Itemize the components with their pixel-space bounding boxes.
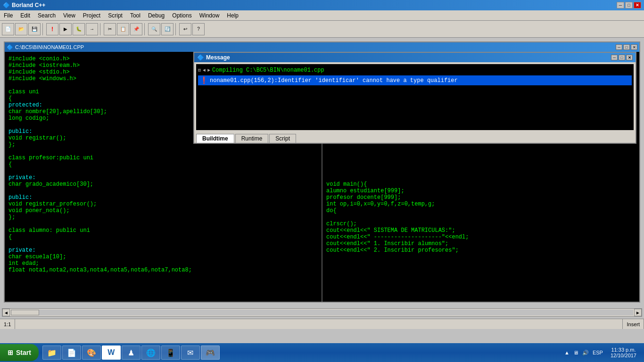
scroll-track[interactable] <box>11 310 633 315</box>
msg-controls[interactable]: ─ □ ✕ <box>611 55 633 60</box>
cw-minimize[interactable]: ─ <box>616 44 622 50</box>
tb-compile[interactable]: ! <box>46 23 58 35</box>
message-tabs: Buildtime Runtime Script <box>194 132 636 143</box>
menu-edit[interactable]: Edit <box>17 10 34 20</box>
start-button[interactable]: ⊞ Start <box>0 344 39 361</box>
taskbar: ⊞ Start 📁 📄 🎨 W ♟ 🌐 📱 ✉ 🎮 ▲ 🖥 🔊 ESP 11:3… <box>0 343 644 362</box>
error-text: noname01.cpp(156,2):Identifier 'identifi… <box>210 77 458 84</box>
compile-text: Compiling C:\BC5\BIN\noname01.cpp <box>212 67 324 74</box>
app-title: Borland C++ <box>12 2 45 8</box>
tab-script[interactable]: Script <box>269 134 296 143</box>
msg-minimize[interactable]: ─ <box>611 55 618 60</box>
volume-icon[interactable]: 🔊 <box>582 350 589 356</box>
close-button[interactable]: ✕ <box>634 2 641 8</box>
menu-view[interactable]: View <box>59 10 79 20</box>
code-line <box>8 148 318 155</box>
code-line: }; <box>8 214 318 221</box>
tb-new[interactable]: 📄 <box>2 23 14 35</box>
code-line: float nota1,nota2,nota3,nota4,nota5,nota… <box>8 267 318 273</box>
title-bar: 🔷 Borland C++ ─ □ ✕ <box>0 0 644 10</box>
windows-logo: ⊞ <box>8 349 13 356</box>
taskbar-phone[interactable]: 📱 <box>161 346 180 360</box>
taskbar-game[interactable]: 🎮 <box>201 346 220 360</box>
taskbar-paint[interactable]: 🎨 <box>82 346 101 360</box>
code-window-controls[interactable]: ─ □ ✕ <box>616 44 637 50</box>
code-window: 🔷 C:\BC5\BIN\NONAME01.CPP ─ □ ✕ #include… <box>4 41 640 303</box>
tb-replace[interactable]: 🔄 <box>161 23 173 35</box>
cw-close[interactable]: ✕ <box>631 44 637 50</box>
scroll-left-btn[interactable]: ◄ <box>2 309 10 316</box>
scroll-thumb[interactable] <box>11 310 39 315</box>
tb-undo[interactable]: ↩ <box>179 23 191 35</box>
tb-run[interactable]: ▶ <box>59 23 72 35</box>
code-line: int edad; <box>8 260 318 267</box>
taskbar-right: ▲ 🖥 🔊 ESP 11:33 p.m. 12/10/2017 <box>561 347 644 358</box>
code-line: class profesor:public uni <box>8 155 318 161</box>
minimize-button[interactable]: ─ <box>617 2 624 8</box>
tb-help[interactable]: ? <box>192 23 205 35</box>
taskbar-mail[interactable]: ✉ <box>181 346 200 360</box>
toolbar: 📄 📂 💾 ! ▶ 🐛 → ✂ 📋 📌 🔍 🔄 ↩ ? <box>0 21 644 38</box>
msg-maximize[interactable]: □ <box>619 55 625 60</box>
code-line: public: <box>8 194 318 201</box>
menu-file[interactable]: File <box>0 10 17 20</box>
tb-cut[interactable]: ✂ <box>104 23 116 35</box>
taskbar-steam[interactable]: ♟ <box>122 346 140 360</box>
status-bar: 1:1 Insert <box>0 319 644 329</box>
code-line <box>8 168 318 174</box>
taskbar-explorer[interactable]: 📁 <box>42 346 61 360</box>
tab-buildtime[interactable]: Buildtime <box>196 134 234 143</box>
cursor-position: 1:1 <box>0 319 15 329</box>
code-line: cout<<endl<<" 2. Inscribir profesores"; <box>326 247 636 254</box>
taskbar-chevron[interactable]: ▲ <box>564 350 570 355</box>
code-line <box>326 161 636 168</box>
horizontal-scrollbar[interactable]: ◄ ► <box>2 308 642 317</box>
taskbar-chrome[interactable]: 🌐 <box>141 346 160 360</box>
position-text: 1:1 <box>4 321 11 327</box>
menu-help[interactable]: Help <box>223 10 242 20</box>
code-line: { <box>8 161 318 168</box>
expand-icon: ⊞ <box>198 67 201 73</box>
maximize-button[interactable]: □ <box>625 2 633 8</box>
expand-icon2: ► <box>207 68 210 73</box>
msg-icon: 🔷 <box>197 54 204 61</box>
tb-open[interactable]: 📂 <box>15 23 27 35</box>
tb-paste[interactable]: 📌 <box>130 23 142 35</box>
menu-tool[interactable]: Tool <box>126 10 144 20</box>
code-line: char grado_academico[30]; <box>8 181 318 188</box>
menu-script[interactable]: Script <box>104 10 126 20</box>
taskbar-notepad[interactable]: 📄 <box>62 346 81 360</box>
message-content: ⊞ ◄ ► Compiling C:\BC5\BIN\noname01.cpp … <box>196 64 634 130</box>
tb-debug[interactable]: 🐛 <box>73 23 85 35</box>
menu-options[interactable]: Options <box>168 10 195 20</box>
error-icon: ❗ <box>200 76 208 84</box>
scroll-right-btn[interactable]: ► <box>634 309 642 316</box>
tb-sep3 <box>144 23 146 35</box>
taskbar-word[interactable]: W <box>102 346 121 360</box>
code-line <box>326 174 636 181</box>
code-line: void poner_nota(); <box>8 207 318 214</box>
menu-debug[interactable]: Debug <box>144 10 168 20</box>
code-line: class alumno: public uni <box>8 227 318 234</box>
error-line: ❗ noname01.cpp(156,2):Identifier 'identi… <box>198 75 632 85</box>
menu-window[interactable]: Window <box>196 10 223 20</box>
code-line: profesor docente[999]; <box>326 194 636 201</box>
tab-runtime[interactable]: Runtime <box>235 134 269 143</box>
msg-close[interactable]: ✕ <box>626 55 633 60</box>
menu-project[interactable]: Project <box>79 10 104 20</box>
tb-step[interactable]: → <box>86 23 98 35</box>
title-bar-controls[interactable]: ─ □ ✕ <box>617 2 641 8</box>
code-window-titlebar: 🔷 C:\BC5\BIN\NONAME01.CPP ─ □ ✕ <box>5 42 639 52</box>
tb-search[interactable]: 🔍 <box>148 23 160 35</box>
cw-maximize[interactable]: □ <box>623 44 630 50</box>
message-dialog: 🔷 Message ─ □ ✕ ⊞ ◄ ► Compiling C:\BC5\B… <box>193 52 636 144</box>
code-line: alumno estudiante[999]; <box>326 188 636 194</box>
tb-save[interactable]: 💾 <box>28 23 41 35</box>
insert-mode: Insert <box>623 319 644 329</box>
code-line <box>8 221 318 227</box>
menu-search[interactable]: Search <box>34 10 59 20</box>
code-line <box>326 155 636 161</box>
code-line: char escuela[10]; <box>8 254 318 260</box>
message-dialog-titlebar: 🔷 Message ─ □ ✕ <box>194 53 636 62</box>
tb-copy[interactable]: 📋 <box>117 23 129 35</box>
